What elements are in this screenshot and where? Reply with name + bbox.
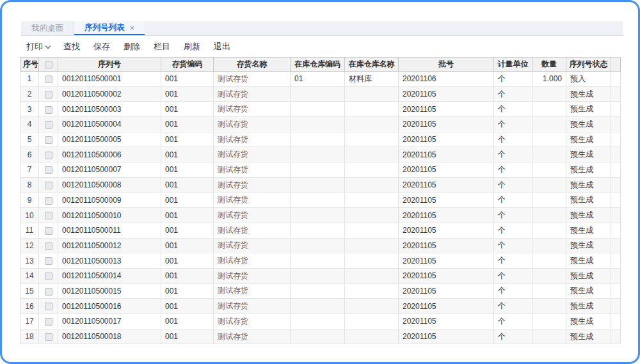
warehouse-code-cell — [291, 283, 345, 299]
row-checkbox[interactable] — [45, 136, 52, 144]
row-checkbox-cell — [39, 223, 58, 238]
find-button[interactable]: 查找 — [63, 41, 80, 52]
inventory-code-cell: 001 — [161, 208, 214, 223]
row-checkbox[interactable] — [45, 166, 52, 174]
warehouse-name-cell — [345, 283, 399, 299]
row-checkbox[interactable] — [45, 152, 52, 159]
row-checkbox-cell — [39, 86, 58, 102]
print-button[interactable]: 打印 — [26, 41, 50, 52]
warehouse-name-cell — [345, 268, 399, 283]
row-checkbox[interactable] — [45, 303, 52, 310]
warehouse-name-cell — [345, 223, 399, 238]
inventory-name-cell: 测试存货 — [214, 314, 291, 329]
row-checkbox[interactable] — [45, 242, 52, 250]
warehouse-code-cell — [291, 162, 345, 178]
serial-number-cell: 00120110500005 — [58, 132, 161, 147]
delete-button[interactable]: 删除 — [124, 41, 140, 52]
inventory-code-cell: 001 — [161, 177, 214, 193]
quantity-cell — [532, 268, 566, 283]
table-row[interactable]: 1700120110500017001测试存货20201105个预生成 — [20, 314, 621, 329]
app-window: 我的桌面 序列号列表 × 打印 查找 保存 删除 栏目 刷新 退出 序号 — [0, 0, 640, 364]
table-row[interactable]: 1300120110500013001测试存货20201105个预生成 — [20, 253, 621, 269]
serial-number-cell: 00120110500018 — [58, 329, 161, 344]
serial-number-cell: 00120110500017 — [58, 314, 161, 329]
tab-bar: 我的桌面 序列号列表 × — [21, 21, 623, 36]
row-checkbox[interactable] — [45, 273, 52, 280]
serial-number-cell: 00120110500007 — [58, 162, 161, 178]
tab-serial-list-label: 序列号列表 — [84, 22, 125, 33]
table-row[interactable]: 1000120110500010001测试存货20201105个预生成 — [20, 208, 621, 223]
table-row[interactable]: 1600120110500016001测试存货20201105个预生成 — [20, 299, 621, 314]
refresh-button[interactable]: 刷新 — [184, 41, 200, 52]
table-row[interactable]: 1400120110500014001测试存货20201105个预生成 — [20, 268, 621, 283]
row-checkbox[interactable] — [45, 333, 52, 341]
columns-button[interactable]: 栏目 — [154, 41, 170, 52]
inventory-name-cell: 测试存货 — [214, 102, 291, 117]
warehouse-code-cell — [291, 147, 345, 162]
select-all-checkbox[interactable] — [45, 61, 52, 68]
warehouse-name-cell — [345, 177, 399, 193]
col-header-no: 序号 — [20, 58, 39, 72]
row-checkbox[interactable] — [45, 212, 52, 219]
row-number: 5 — [20, 132, 39, 147]
row-checkbox[interactable] — [45, 91, 52, 99]
warehouse-code-cell — [291, 177, 345, 193]
warehouse-code-cell — [291, 314, 345, 329]
inventory-name-cell: 测试存货 — [214, 162, 291, 178]
warehouse-code-cell — [291, 193, 345, 208]
table-row[interactable]: 500120110500005001测试存货20201105个预生成 — [20, 132, 621, 147]
warehouse-name-cell: 材料库 — [345, 72, 399, 87]
table-row[interactable]: 100120110500001001测试存货01材料库20201106个1.00… — [20, 72, 621, 87]
inventory-code-cell: 001 — [161, 193, 214, 208]
status-cell: 预生成 — [566, 147, 611, 162]
quantity-cell — [532, 147, 566, 162]
save-button[interactable]: 保存 — [93, 41, 110, 52]
row-checkbox[interactable] — [45, 288, 52, 296]
row-checkbox[interactable] — [45, 182, 52, 189]
exit-button[interactable]: 退出 — [214, 41, 230, 52]
quantity-cell — [532, 117, 566, 132]
table-row[interactable]: 400120110500004001测试存货20201105个预生成 — [20, 117, 621, 132]
status-cell: 预生成 — [566, 162, 611, 178]
row-checkbox[interactable] — [45, 318, 52, 326]
row-checkbox-cell — [39, 193, 58, 208]
warehouse-name-cell — [345, 147, 399, 162]
serial-number-cell: 00120110500010 — [58, 208, 161, 223]
tab-my-desktop[interactable]: 我的桌面 — [21, 21, 74, 35]
inventory-code-cell: 001 — [161, 253, 214, 269]
status-cell: 预生成 — [566, 102, 611, 117]
inventory-code-cell: 001 — [161, 147, 214, 162]
unit-cell: 个 — [494, 329, 532, 344]
tab-serial-list[interactable]: 序列号列表 × — [74, 21, 145, 35]
table-row[interactable]: 200120110500002001测试存货20201105个预生成 — [20, 86, 621, 102]
row-checkbox[interactable] — [45, 197, 52, 205]
row-checkbox-cell — [39, 177, 58, 193]
inventory-name-cell: 测试存货 — [214, 147, 291, 162]
row-checkbox[interactable] — [45, 227, 52, 235]
serial-number-cell: 00120110500006 — [58, 147, 161, 162]
warehouse-code-cell — [291, 208, 345, 223]
quantity-cell — [532, 223, 566, 238]
col-header-filler — [611, 58, 621, 72]
table-row[interactable]: 1800120110500018001测试存货20201105个预生成 — [20, 329, 621, 344]
table-row[interactable]: 800120110500008001测试存货20201105个预生成 — [20, 177, 621, 193]
quantity-cell — [532, 177, 566, 193]
warehouse-name-cell — [345, 132, 399, 147]
close-icon[interactable]: × — [130, 24, 135, 32]
filler-cell — [611, 208, 621, 223]
table-row[interactable]: 1100120110500011001测试存货20201105个预生成 — [20, 223, 621, 238]
status-cell: 预生成 — [566, 329, 611, 344]
table-row[interactable]: 300120110500003001测试存货20201105个预生成 — [20, 102, 621, 117]
table-row[interactable]: 700120110500007001测试存货20201105个预生成 — [20, 162, 621, 178]
table-row[interactable]: 600120110500006001测试存货20201105个预生成 — [20, 147, 621, 162]
row-checkbox[interactable] — [45, 106, 52, 114]
warehouse-code-cell — [291, 268, 345, 283]
table-row[interactable]: 1200120110500012001测试存货20201105个预生成 — [20, 238, 621, 253]
filler-cell — [611, 238, 621, 253]
table-row[interactable]: 900120110500009001测试存货20201105个预生成 — [20, 193, 621, 208]
row-checkbox[interactable] — [45, 121, 52, 129]
table-row[interactable]: 1500120110500015001测试存货20201105个预生成 — [20, 283, 621, 299]
inventory-name-cell: 测试存货 — [214, 268, 291, 283]
row-checkbox[interactable] — [45, 257, 52, 265]
row-checkbox[interactable] — [45, 75, 52, 83]
